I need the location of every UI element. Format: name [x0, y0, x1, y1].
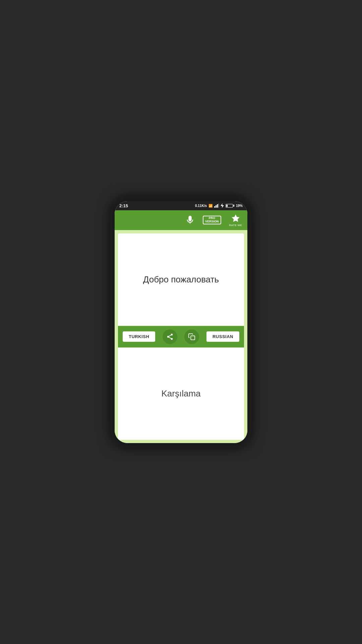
copy-button[interactable]	[184, 329, 199, 344]
phone-screen: 2:15 0.11K/s 📶	[115, 201, 247, 443]
rate-me-label: RATE ME	[229, 224, 242, 227]
microphone-button[interactable]	[185, 215, 195, 225]
rate-me-button[interactable]: RATE ME	[229, 214, 242, 227]
svg-line-9	[169, 335, 171, 336]
microphone-icon	[185, 215, 195, 225]
star-icon	[231, 214, 240, 223]
target-text: Karşılama	[161, 388, 200, 399]
svg-line-8	[169, 337, 171, 338]
pro-badge: PRO VERSION	[203, 216, 221, 224]
battery-indicator	[226, 204, 234, 208]
target-language-button[interactable]: RUSSIAN	[206, 331, 239, 342]
svg-rect-3	[218, 204, 219, 208]
svg-rect-10	[191, 336, 195, 340]
svg-marker-4	[221, 203, 224, 208]
translation-card: Добро пожаловать TURKISH	[118, 233, 244, 440]
source-language-button[interactable]: TURKISH	[123, 331, 155, 342]
main-content: Добро пожаловать TURKISH	[115, 230, 247, 443]
share-icon	[166, 333, 174, 340]
phone-device: 2:15 0.11K/s 📶	[111, 197, 251, 447]
battery-percent: 19%	[236, 204, 243, 208]
target-text-area[interactable]: Karşılama	[118, 347, 244, 440]
language-bar: TURKISH	[118, 326, 244, 347]
source-text: Добро пожаловать	[143, 274, 219, 285]
signal-bars-icon	[214, 204, 219, 208]
source-text-area[interactable]: Добро пожаловать	[118, 233, 244, 326]
network-speed: 0.11K/s	[195, 204, 207, 208]
app-toolbar: PRO VERSION RATE ME	[115, 210, 247, 230]
svg-point-7	[171, 338, 173, 340]
status-right: 0.11K/s 📶 19%	[195, 203, 243, 208]
svg-point-5	[171, 333, 173, 335]
wifi-icon: 📶	[208, 204, 213, 208]
bolt-icon	[221, 203, 224, 208]
status-bar: 2:15 0.11K/s 📶	[115, 201, 247, 210]
svg-rect-2	[217, 204, 218, 208]
copy-icon	[188, 333, 195, 340]
share-button[interactable]	[163, 329, 177, 344]
status-time: 2:15	[119, 203, 128, 208]
svg-rect-0	[214, 206, 215, 208]
pro-version-button[interactable]: PRO VERSION	[203, 216, 221, 224]
svg-rect-1	[216, 205, 217, 208]
svg-point-6	[167, 336, 169, 338]
